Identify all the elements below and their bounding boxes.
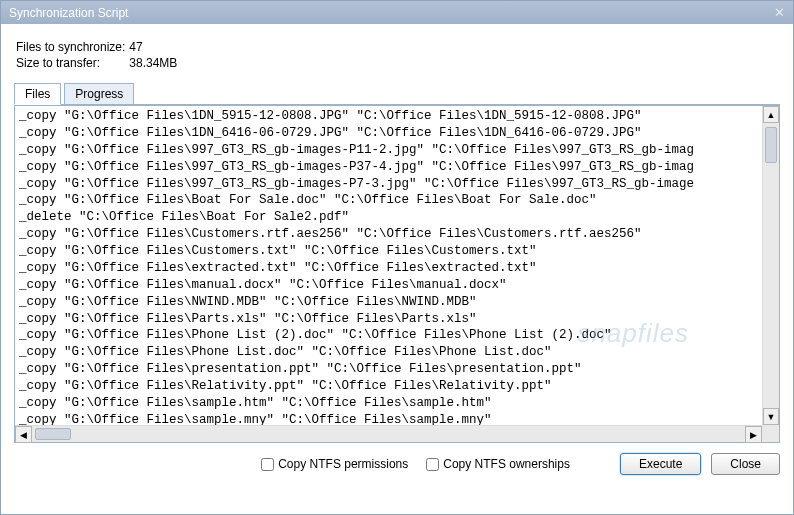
vertical-scrollbar[interactable]: ▲ ▼ [762, 106, 779, 425]
files-label: Files to synchronize: [16, 40, 126, 54]
files-value: 47 [129, 40, 142, 54]
close-button[interactable]: Close [711, 453, 780, 475]
scroll-left-icon[interactable]: ◀ [15, 426, 32, 443]
script-line[interactable]: _copy "G:\Office Files\NWIND.MDB" "C:\Of… [19, 294, 775, 311]
script-line[interactable]: _copy "G:\Office Files\Phone List (2).do… [19, 327, 775, 344]
script-line[interactable]: _delete "C:\Office Files\Boat For Sale2.… [19, 209, 775, 226]
script-listbox: _copy "G:\Office Files\1DN_5915-12-0808.… [14, 105, 780, 443]
script-line[interactable]: _copy "G:\Office Files\997_GT3_RS_gb-ima… [19, 142, 775, 159]
copy-perms-checkbox[interactable]: Copy NTFS permissions [261, 457, 408, 471]
script-line[interactable]: _copy "G:\Office Files\Customers.txt" "C… [19, 243, 775, 260]
copy-owners-label: Copy NTFS ownerships [443, 457, 570, 471]
horizontal-scrollbar[interactable]: ◀ ▶ [15, 425, 762, 442]
script-line[interactable]: _copy "G:\Office Files\Parts.xls" "C:\Of… [19, 311, 775, 328]
script-line[interactable]: _copy "G:\Office Files\extracted.txt" "C… [19, 260, 775, 277]
scroll-up-icon[interactable]: ▲ [763, 106, 779, 123]
script-line[interactable]: _copy "G:\Office Files\Customers.rtf.aes… [19, 226, 775, 243]
tab-progress[interactable]: Progress [64, 83, 134, 105]
script-line[interactable]: _copy "G:\Office Files\1DN_6416-06-0729.… [19, 125, 775, 142]
script-line[interactable]: _copy "G:\Office Files\1DN_5915-12-0808.… [19, 108, 775, 125]
script-line[interactable]: _copy "G:\Office Files\997_GT3_RS_gb-ima… [19, 159, 775, 176]
size-label: Size to transfer: [16, 56, 126, 70]
script-line[interactable]: _copy "G:\Office Files\sample.mny" "C:\O… [19, 412, 775, 426]
copy-perms-input[interactable] [261, 458, 274, 471]
execute-button[interactable]: Execute [620, 453, 701, 475]
copy-owners-input[interactable] [426, 458, 439, 471]
scroll-right-icon[interactable]: ▶ [745, 426, 762, 443]
script-line[interactable]: _copy "G:\Office Files\presentation.ppt"… [19, 361, 775, 378]
copy-owners-checkbox[interactable]: Copy NTFS ownerships [426, 457, 570, 471]
copy-perms-label: Copy NTFS permissions [278, 457, 408, 471]
window-title: Synchronization Script [9, 6, 128, 20]
title-bar: Synchronization Script ✕ [1, 1, 793, 24]
scroll-down-icon[interactable]: ▼ [763, 408, 779, 425]
scroll-corner [762, 425, 779, 442]
script-line[interactable]: _copy "G:\Office Files\manual.docx" "C:\… [19, 277, 775, 294]
tab-strip: Files Progress [14, 82, 780, 105]
info-block: Files to synchronize: 47 Size to transfe… [16, 40, 780, 70]
script-line[interactable]: _copy "G:\Office Files\997_GT3_RS_gb-ima… [19, 176, 775, 193]
vscroll-thumb[interactable] [765, 127, 777, 163]
script-line[interactable]: _copy "G:\Office Files\Boat For Sale.doc… [19, 192, 775, 209]
script-line[interactable]: _copy "G:\Office Files\Relativity.ppt" "… [19, 378, 775, 395]
script-lines[interactable]: _copy "G:\Office Files\1DN_5915-12-0808.… [15, 106, 779, 426]
tab-files[interactable]: Files [14, 83, 61, 105]
script-line[interactable]: _copy "G:\Office Files\sample.htm" "C:\O… [19, 395, 775, 412]
hscroll-thumb[interactable] [35, 428, 71, 440]
footer: Copy NTFS permissions Copy NTFS ownershi… [14, 453, 780, 475]
close-icon[interactable]: ✕ [774, 5, 785, 20]
script-line[interactable]: _copy "G:\Office Files\Phone List.doc" "… [19, 344, 775, 361]
size-value: 38.34MB [129, 56, 177, 70]
dialog-content: Files to synchronize: 47 Size to transfe… [1, 24, 793, 488]
